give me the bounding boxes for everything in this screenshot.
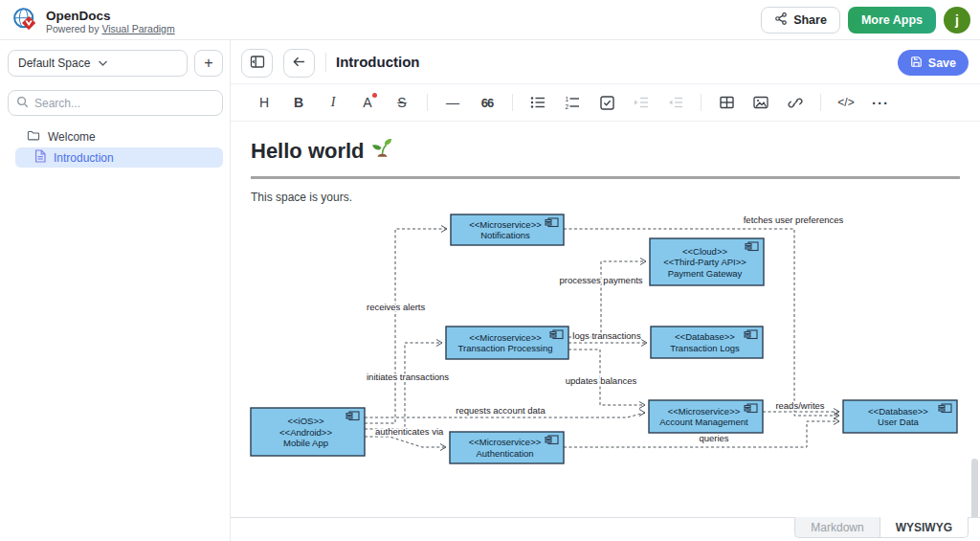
brand-text: OpenDocs Powered by Visual Paradigm	[46, 9, 175, 35]
link-button[interactable]	[784, 90, 807, 115]
component-diagram-svg: receives alertsinitiates transactionsreq…	[244, 206, 971, 485]
strikethrough-button[interactable]: S	[390, 90, 413, 115]
code-button[interactable]: </>	[835, 90, 858, 115]
diagram-node-transaction-logs: <<Database>>Transaction Logs	[651, 327, 763, 358]
space-selector[interactable]: Default Space	[8, 50, 188, 77]
red-dot-icon	[372, 93, 377, 98]
search-icon	[16, 95, 29, 112]
diagram-node-authentication: <<Microservice>>Authentication	[450, 432, 564, 463]
bullet-list-icon	[530, 96, 546, 109]
page-title: Introduction	[336, 54, 419, 70]
table-icon	[720, 96, 734, 109]
task-list-button[interactable]	[595, 90, 618, 115]
outdent-button[interactable]	[664, 90, 687, 115]
save-icon	[910, 56, 923, 71]
tab-wysiwyg[interactable]: WYSIWYG	[880, 517, 969, 538]
diagram-edge-label: authenticates via	[375, 426, 444, 437]
diagram-edge-label: requests account data	[456, 405, 546, 416]
numbered-list-icon: 12	[565, 96, 580, 109]
numbered-list-button[interactable]: 12	[561, 90, 584, 115]
header-actions: Share More Apps j	[761, 7, 970, 34]
diagram-node-label: <<Android>>	[279, 427, 332, 438]
editor-panel: Introduction Save H B I A S — 66	[231, 40, 980, 541]
toggle-sidebar-button[interactable]	[241, 49, 273, 78]
chevron-down-icon	[98, 56, 177, 70]
heading-rule	[251, 176, 960, 179]
diagram-edge	[365, 343, 442, 429]
folder-icon	[27, 129, 40, 145]
diagram-node-label: <<Third-Party API>>	[663, 257, 746, 267]
diagram-node-label: <<Database>>	[675, 331, 735, 342]
editor-header: Introduction Save	[231, 40, 980, 84]
indent-icon	[634, 96, 649, 109]
quote-button[interactable]: 66	[476, 90, 499, 115]
table-button[interactable]	[715, 90, 738, 115]
vertical-scrollbar[interactable]	[971, 459, 978, 517]
font-color-button[interactable]: A	[356, 90, 379, 115]
diagram-edge-label: reads/writes	[775, 400, 824, 411]
avatar[interactable]: j	[944, 7, 970, 34]
tree-item-welcome[interactable]: Welcome	[0, 126, 231, 147]
tree-item-label: Introduction	[54, 151, 114, 165]
diagram-node-label: <<Database>>	[868, 406, 928, 417]
more-apps-button[interactable]: More Apps	[848, 7, 936, 34]
divider	[325, 53, 326, 72]
save-button[interactable]: Save	[898, 50, 969, 76]
visual-paradigm-link[interactable]: Visual Paradigm	[101, 23, 174, 34]
document-paragraph: This space is yours.	[251, 191, 352, 204]
formatting-toolbar: H B I A S — 66 12	[231, 84, 980, 122]
divider	[427, 94, 428, 111]
diagram-node-label: Payment Gateway	[668, 268, 743, 279]
diagram-node-label: <<Microservice>>	[469, 219, 542, 230]
document-icon	[34, 149, 46, 166]
document-content[interactable]: Hello world This space is yours. receive…	[231, 122, 980, 517]
diagram-node-label: User Data	[878, 417, 919, 427]
diagram-edge-label: updates balances	[566, 375, 637, 386]
top-header: OpenDocs Powered by Visual Paradigm Shar…	[0, 0, 980, 40]
component-diagram: receives alertsinitiates transactionsreq…	[244, 206, 971, 485]
bold-button[interactable]: B	[287, 90, 310, 115]
page-tree: Welcome Introduction	[0, 126, 231, 168]
add-space-button[interactable]: +	[194, 50, 223, 77]
diagram-node-mobile-app: <<iOS>><<Android>>Mobile App	[251, 408, 365, 456]
diagram-node-label: Transaction Processing	[458, 343, 553, 353]
indent-button[interactable]	[630, 90, 653, 115]
horizontal-rule-button[interactable]: —	[441, 90, 464, 115]
diagram-edge-label: fetches user preferences	[744, 214, 844, 225]
diagram-node-user-data: <<Database>>User Data	[843, 400, 957, 433]
italic-button[interactable]: I	[322, 90, 345, 115]
share-icon	[774, 11, 788, 29]
more-options-button[interactable]: ···	[869, 90, 892, 115]
arrowhead-icon	[639, 410, 645, 417]
diagram-node-transaction-processing: <<Microservice>>Transaction Processing	[446, 327, 568, 359]
image-button[interactable]	[749, 90, 772, 115]
svg-text:2: 2	[566, 103, 569, 110]
diagram-node-label: <<Cloud>>	[682, 246, 727, 257]
bullet-list-button[interactable]	[526, 90, 549, 115]
back-arrow-icon	[292, 56, 306, 71]
search-input[interactable]	[34, 97, 214, 110]
share-button[interactable]: Share	[761, 7, 840, 34]
sidebar-toggle-icon	[250, 55, 265, 72]
divider	[512, 94, 513, 111]
heading-button[interactable]: H	[253, 90, 276, 115]
diagram-node-label: Transaction Logs	[670, 343, 740, 353]
sidebar: Default Space + Welcome	[0, 40, 231, 541]
search-box[interactable]	[8, 90, 223, 116]
divider	[701, 94, 702, 111]
mode-tabs: Markdown WYSIWYG	[794, 517, 969, 538]
brand: OpenDocs Powered by Visual Paradigm	[12, 7, 175, 36]
diagram-node-label: <<iOS>>	[287, 416, 323, 426]
powered-by: Powered by Visual Paradigm	[46, 23, 175, 35]
diagram-node-account-management: <<Microservice>>Account Management	[649, 400, 763, 433]
opendocs-app: OpenDocs Powered by Visual Paradigm Shar…	[0, 0, 980, 541]
back-button[interactable]	[283, 49, 315, 78]
tree-item-introduction[interactable]: Introduction	[15, 147, 223, 168]
tab-markdown[interactable]: Markdown	[794, 517, 879, 538]
diagram-edge	[365, 437, 446, 447]
diagram-edge-label: logs transactions	[572, 330, 641, 341]
document-heading: Hello world	[251, 138, 392, 165]
link-icon	[788, 96, 803, 110]
diagram-edge-label: initiates transactions	[367, 372, 449, 382]
diagram-node-payment-gateway: <<Cloud>><<Third-Party API>>Payment Gate…	[650, 238, 764, 285]
